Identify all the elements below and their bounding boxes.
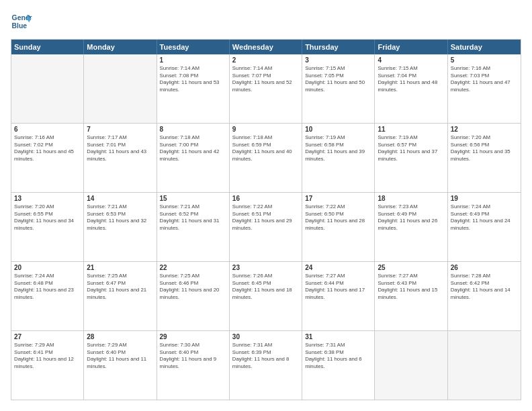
header-day-wednesday: Wednesday	[230, 40, 302, 54]
day-number: 6	[14, 126, 81, 133]
calendar-cell: 9Sunrise: 7:18 AM Sunset: 6:59 PM Daylig…	[230, 124, 302, 192]
svg-text:Blue: Blue	[12, 22, 28, 30]
day-number: 2	[232, 56, 299, 64]
calendar-cell: 16Sunrise: 7:22 AM Sunset: 6:51 PM Dayli…	[230, 193, 302, 261]
calendar-cell: 12Sunrise: 7:20 AM Sunset: 6:56 PM Dayli…	[448, 124, 521, 192]
header-day-sunday: Sunday	[11, 40, 84, 54]
day-info: Sunrise: 7:20 AM Sunset: 6:56 PM Dayligh…	[451, 134, 518, 163]
day-number: 24	[305, 264, 371, 271]
calendar-cell: 22Sunrise: 7:25 AM Sunset: 6:46 PM Dayli…	[157, 262, 230, 330]
day-number: 31	[305, 333, 371, 340]
calendar-cell: 10Sunrise: 7:19 AM Sunset: 6:58 PM Dayli…	[302, 124, 375, 192]
calendar-cell: 26Sunrise: 7:28 AM Sunset: 6:42 PM Dayli…	[448, 262, 521, 330]
logo-icon: General Blue	[11, 11, 32, 32]
day-info: Sunrise: 7:19 AM Sunset: 6:58 PM Dayligh…	[305, 134, 371, 163]
day-number: 25	[378, 264, 444, 271]
calendar-header: SundayMondayTuesdayWednesdayThursdayFrid…	[11, 40, 521, 54]
calendar-cell: 4Sunrise: 7:15 AM Sunset: 7:04 PM Daylig…	[375, 54, 447, 123]
calendar-cell: 15Sunrise: 7:21 AM Sunset: 6:52 PM Dayli…	[157, 193, 230, 261]
day-info: Sunrise: 7:29 AM Sunset: 6:41 PM Dayligh…	[14, 342, 81, 370]
header-day-monday: Monday	[84, 40, 157, 54]
logo: General Blue	[11, 11, 35, 32]
day-number: 3	[305, 56, 371, 64]
calendar-cell: 30Sunrise: 7:31 AM Sunset: 6:39 PM Dayli…	[230, 331, 302, 400]
day-number: 18	[378, 195, 444, 202]
day-info: Sunrise: 7:18 AM Sunset: 6:59 PM Dayligh…	[232, 134, 299, 163]
day-info: Sunrise: 7:21 AM Sunset: 6:53 PM Dayligh…	[87, 203, 153, 232]
day-info: Sunrise: 7:25 AM Sunset: 6:46 PM Dayligh…	[160, 273, 226, 301]
calendar-cell: 7Sunrise: 7:17 AM Sunset: 7:01 PM Daylig…	[84, 124, 157, 192]
day-info: Sunrise: 7:15 AM Sunset: 7:04 PM Dayligh…	[378, 65, 444, 93]
calendar-row-5: 27Sunrise: 7:29 AM Sunset: 6:41 PM Dayli…	[11, 331, 521, 400]
header: General Blue	[11, 11, 521, 32]
day-info: Sunrise: 7:27 AM Sunset: 6:43 PM Dayligh…	[378, 273, 444, 301]
calendar-cell	[375, 331, 447, 400]
day-number: 20	[14, 264, 81, 271]
calendar-cell: 28Sunrise: 7:29 AM Sunset: 6:40 PM Dayli…	[84, 331, 157, 400]
day-info: Sunrise: 7:25 AM Sunset: 6:47 PM Dayligh…	[87, 273, 153, 301]
calendar-cell: 23Sunrise: 7:26 AM Sunset: 6:45 PM Dayli…	[230, 262, 302, 330]
day-info: Sunrise: 7:19 AM Sunset: 6:57 PM Dayligh…	[378, 134, 444, 163]
day-info: Sunrise: 7:21 AM Sunset: 6:52 PM Dayligh…	[160, 203, 226, 232]
day-info: Sunrise: 7:31 AM Sunset: 6:39 PM Dayligh…	[232, 342, 299, 370]
calendar-cell: 13Sunrise: 7:20 AM Sunset: 6:55 PM Dayli…	[11, 193, 84, 261]
day-info: Sunrise: 7:23 AM Sunset: 6:49 PM Dayligh…	[378, 203, 444, 232]
day-number: 16	[232, 195, 299, 202]
calendar-cell	[448, 331, 521, 400]
day-number: 15	[160, 195, 226, 202]
calendar-cell: 25Sunrise: 7:27 AM Sunset: 6:43 PM Dayli…	[375, 262, 447, 330]
calendar-cell: 8Sunrise: 7:18 AM Sunset: 7:00 PM Daylig…	[157, 124, 230, 192]
day-info: Sunrise: 7:28 AM Sunset: 6:42 PM Dayligh…	[451, 273, 518, 301]
calendar-cell: 20Sunrise: 7:24 AM Sunset: 6:48 PM Dayli…	[11, 262, 84, 330]
day-number: 22	[160, 264, 226, 271]
day-number: 28	[87, 333, 153, 340]
day-number: 19	[451, 195, 518, 202]
day-number: 8	[160, 126, 226, 133]
day-info: Sunrise: 7:26 AM Sunset: 6:45 PM Dayligh…	[232, 273, 299, 301]
calendar-cell: 27Sunrise: 7:29 AM Sunset: 6:41 PM Dayli…	[11, 331, 84, 400]
calendar-cell	[11, 54, 84, 123]
day-number: 13	[14, 195, 81, 202]
page: General Blue SundayMondayTuesdayWednesda…	[0, 0, 532, 411]
day-number: 7	[87, 126, 153, 133]
day-number: 27	[14, 333, 81, 340]
calendar-cell: 21Sunrise: 7:25 AM Sunset: 6:47 PM Dayli…	[84, 262, 157, 330]
calendar-cell: 1Sunrise: 7:14 AM Sunset: 7:08 PM Daylig…	[157, 54, 230, 123]
day-number: 4	[378, 56, 444, 64]
calendar-row-3: 13Sunrise: 7:20 AM Sunset: 6:55 PM Dayli…	[11, 193, 521, 262]
calendar-cell: 3Sunrise: 7:15 AM Sunset: 7:05 PM Daylig…	[302, 54, 375, 123]
day-number: 1	[160, 56, 226, 64]
calendar-row-2: 6Sunrise: 7:16 AM Sunset: 7:02 PM Daylig…	[11, 124, 521, 193]
calendar-cell: 31Sunrise: 7:31 AM Sunset: 6:38 PM Dayli…	[302, 331, 375, 400]
calendar-row-1: 1Sunrise: 7:14 AM Sunset: 7:08 PM Daylig…	[11, 54, 521, 124]
day-number: 9	[232, 126, 299, 133]
header-day-saturday: Saturday	[448, 40, 521, 54]
day-info: Sunrise: 7:22 AM Sunset: 6:50 PM Dayligh…	[305, 203, 371, 232]
calendar-cell: 24Sunrise: 7:27 AM Sunset: 6:44 PM Dayli…	[302, 262, 375, 330]
header-day-thursday: Thursday	[302, 40, 375, 54]
day-info: Sunrise: 7:29 AM Sunset: 6:40 PM Dayligh…	[87, 342, 153, 370]
day-number: 21	[87, 264, 153, 271]
day-info: Sunrise: 7:24 AM Sunset: 6:49 PM Dayligh…	[451, 203, 518, 232]
day-info: Sunrise: 7:20 AM Sunset: 6:55 PM Dayligh…	[14, 203, 81, 232]
day-number: 17	[305, 195, 371, 202]
day-number: 10	[305, 126, 371, 133]
header-day-tuesday: Tuesday	[157, 40, 230, 54]
day-info: Sunrise: 7:16 AM Sunset: 7:03 PM Dayligh…	[451, 65, 518, 93]
day-number: 23	[232, 264, 299, 271]
header-day-friday: Friday	[375, 40, 447, 54]
day-info: Sunrise: 7:27 AM Sunset: 6:44 PM Dayligh…	[305, 273, 371, 301]
day-number: 26	[451, 264, 518, 271]
calendar-body: 1Sunrise: 7:14 AM Sunset: 7:08 PM Daylig…	[11, 54, 521, 400]
calendar-cell: 11Sunrise: 7:19 AM Sunset: 6:57 PM Dayli…	[375, 124, 447, 192]
calendar-cell	[84, 54, 157, 123]
day-number: 14	[87, 195, 153, 202]
calendar-cell: 29Sunrise: 7:30 AM Sunset: 6:40 PM Dayli…	[157, 331, 230, 400]
calendar-cell: 19Sunrise: 7:24 AM Sunset: 6:49 PM Dayli…	[448, 193, 521, 261]
day-number: 12	[451, 126, 518, 133]
day-info: Sunrise: 7:17 AM Sunset: 7:01 PM Dayligh…	[87, 134, 153, 163]
calendar: SundayMondayTuesdayWednesdayThursdayFrid…	[11, 39, 521, 400]
day-info: Sunrise: 7:16 AM Sunset: 7:02 PM Dayligh…	[14, 134, 81, 163]
day-info: Sunrise: 7:24 AM Sunset: 6:48 PM Dayligh…	[14, 273, 81, 301]
calendar-cell: 2Sunrise: 7:14 AM Sunset: 7:07 PM Daylig…	[230, 54, 302, 123]
